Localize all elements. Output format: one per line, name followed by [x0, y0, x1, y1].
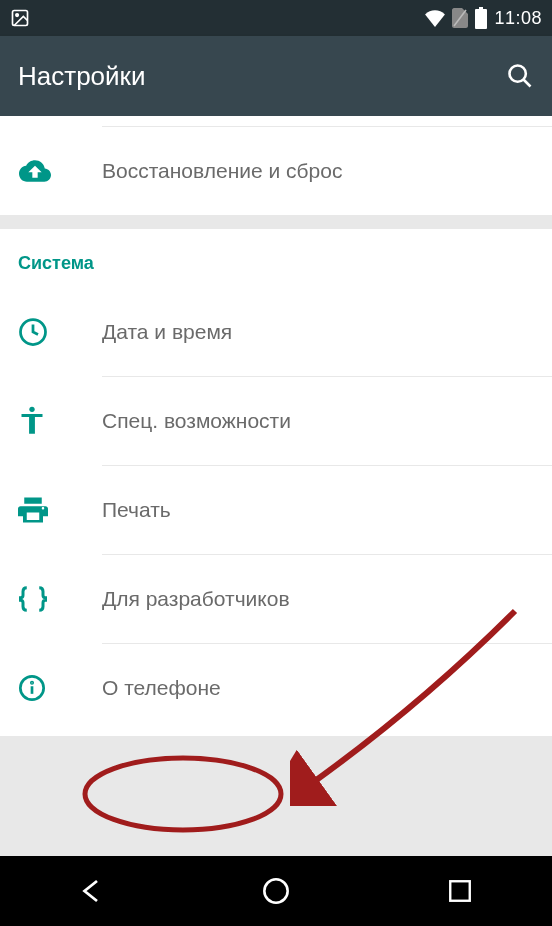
clock-text: 11:08 — [494, 8, 542, 29]
svg-point-13 — [264, 879, 287, 902]
item-developer-options[interactable]: Для разработчиков — [0, 555, 552, 643]
svg-rect-3 — [479, 7, 483, 9]
svg-line-6 — [524, 80, 531, 87]
accessibility-icon — [18, 405, 46, 437]
annotation-ellipse — [78, 752, 288, 836]
svg-rect-14 — [450, 881, 470, 901]
item-accessibility[interactable]: Спец. возможности — [0, 377, 552, 465]
item-label: Дата и время — [102, 320, 534, 344]
item-date-time[interactable]: Дата и время — [0, 288, 552, 376]
section-header-system: Система — [0, 247, 552, 288]
svg-point-8 — [29, 407, 34, 412]
status-bar: 11:08 — [0, 0, 552, 36]
item-printing[interactable]: Печать — [0, 466, 552, 554]
section-system: Система Дата и время Спец. возможности — [0, 229, 552, 736]
battery-icon — [474, 7, 488, 29]
svg-point-12 — [85, 758, 281, 830]
item-label: О телефоне — [102, 676, 534, 700]
nav-recent-button[interactable] — [410, 866, 510, 916]
item-backup-reset[interactable]: Восстановление и сброс — [0, 127, 552, 215]
svg-point-1 — [16, 14, 18, 16]
svg-point-11 — [31, 682, 32, 683]
nav-back-button[interactable] — [42, 866, 142, 916]
section-backup: Восстановление и сброс — [0, 116, 552, 215]
item-label: Для разработчиков — [102, 587, 534, 611]
clock-icon — [18, 317, 48, 347]
wifi-icon — [424, 9, 446, 27]
cloud-upload-icon — [18, 159, 52, 183]
item-label: Спец. возможности — [102, 409, 534, 433]
svg-rect-4 — [475, 9, 487, 29]
braces-icon — [18, 586, 48, 612]
item-about-phone[interactable]: О телефоне — [0, 644, 552, 732]
item-label: Печать — [102, 498, 534, 522]
nav-home-button[interactable] — [226, 866, 326, 916]
picture-icon — [10, 8, 30, 28]
sim-icon — [452, 8, 468, 28]
info-icon — [18, 674, 46, 702]
printer-icon — [18, 496, 48, 524]
navigation-bar — [0, 856, 552, 926]
settings-content: Восстановление и сброс Система Дата и вр… — [0, 116, 552, 736]
app-bar: Настройки — [0, 36, 552, 116]
item-label: Восстановление и сброс — [102, 159, 534, 183]
search-icon[interactable] — [506, 62, 534, 90]
svg-point-5 — [510, 66, 526, 82]
page-title: Настройки — [18, 61, 506, 92]
